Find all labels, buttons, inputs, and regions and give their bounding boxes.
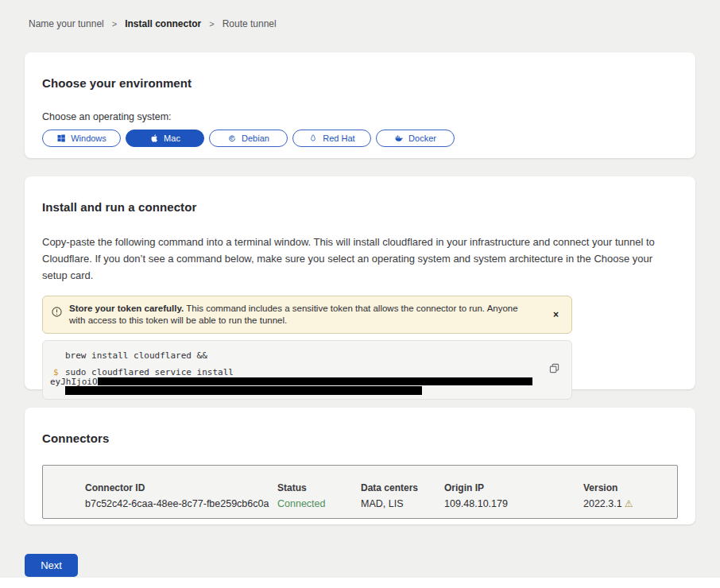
origin-ip-cell: 109.48.10.179	[444, 498, 583, 514]
os-button-debian[interactable]: Debian	[209, 130, 288, 147]
breadcrumb-separator-icon: >	[209, 19, 214, 29]
code-text: brew install cloudflared &&	[65, 351, 207, 360]
token-warning-bold: Store your token carefully.	[69, 304, 184, 313]
environment-card-title: Choose your environment	[42, 76, 678, 90]
token-warning-banner: Store your token carefully. This command…	[42, 296, 572, 334]
code-line-token: eyJhIjoiO	[50, 377, 560, 386]
status-badge: Connected	[277, 498, 361, 514]
token-warning-text: Store your token carefully. This command…	[69, 303, 526, 327]
os-select-label: Choose an operating system:	[42, 111, 678, 122]
code-text: sudo cloudflared service install	[65, 368, 234, 377]
column-header-origin-ip: Origin IP	[444, 482, 583, 498]
install-connector-card: Install and run a connector Copy-paste t…	[25, 176, 695, 389]
connector-id-cell: b7c52c42-6caa-48ee-8c77-fbe259cb6c0a	[85, 498, 277, 514]
breadcrumb-install-connector[interactable]: Install connector	[125, 18, 201, 29]
redacted-token-bar	[98, 377, 532, 385]
os-button-label: Docker	[408, 133, 436, 143]
os-button-label: Red Hat	[323, 133, 354, 143]
install-description: Copy-paste the following command into a …	[42, 234, 673, 284]
column-header-status: Status	[277, 482, 361, 498]
column-header-connector-id: Connector ID	[85, 482, 277, 498]
breadcrumb-name-your-tunnel[interactable]: Name your tunnel	[29, 18, 104, 29]
install-command-code-block: brew install cloudflared && $ sudo cloud…	[42, 340, 572, 400]
os-button-group: Windows Mac Debian Red Hat	[42, 130, 678, 147]
os-button-docker[interactable]: Docker	[376, 130, 455, 147]
prompt-placeholder	[50, 351, 65, 360]
data-centers-cell: MAD, LIS	[361, 498, 444, 514]
docker-icon	[394, 133, 404, 143]
version-cell: 2022.3.1⚠	[583, 498, 677, 514]
token-prefix: eyJhIjoiO	[50, 377, 98, 386]
tunnel-setup-page: Name your tunnel > Install connector > R…	[0, 0, 720, 588]
column-header-version: Version	[583, 482, 677, 498]
column-header-data-centers: Data centers	[361, 482, 444, 498]
os-button-windows[interactable]: Windows	[42, 130, 121, 147]
breadcrumb-separator-icon: >	[112, 19, 117, 29]
connectors-card: Connectors Connector ID Status Data cent…	[25, 408, 695, 524]
redacted-token-bar	[65, 386, 422, 395]
connectors-table: Connector ID Status Data centers Origin …	[42, 465, 678, 519]
redhat-icon	[308, 133, 318, 143]
version-value: 2022.3.1	[583, 498, 622, 509]
debian-icon	[227, 133, 237, 143]
copy-icon[interactable]	[549, 363, 559, 373]
code-line-brew: brew install cloudflared &&	[50, 351, 560, 360]
os-button-redhat[interactable]: Red Hat	[292, 130, 371, 147]
os-button-label: Debian	[242, 133, 269, 143]
code-line-sudo: $ sudo cloudflared service install	[50, 368, 560, 377]
shell-prompt: $	[50, 368, 65, 377]
install-card-title: Install and run a connector	[42, 200, 678, 214]
page-bottom-strip	[0, 578, 720, 588]
connectors-card-title: Connectors	[42, 431, 678, 445]
os-button-mac[interactable]: Mac	[126, 130, 204, 147]
windows-icon	[56, 133, 66, 143]
breadcrumb-route-tunnel[interactable]: Route tunnel	[223, 18, 277, 29]
os-button-label: Mac	[164, 133, 180, 143]
os-button-label: Windows	[71, 133, 106, 143]
version-warning-icon: ⚠	[625, 498, 633, 509]
close-icon[interactable]: ×	[550, 308, 562, 321]
breadcrumb: Name your tunnel > Install connector > R…	[29, 18, 277, 29]
next-button[interactable]: Next	[25, 554, 78, 577]
alert-circle-icon	[52, 307, 62, 317]
choose-environment-card: Choose your environment Choose an operat…	[25, 52, 695, 158]
apple-icon	[149, 133, 159, 143]
